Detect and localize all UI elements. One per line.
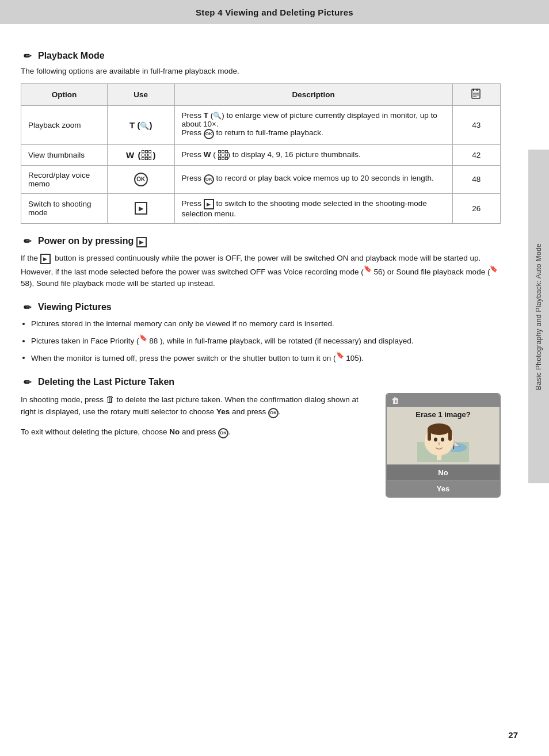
ref-thumbnails: 42: [452, 144, 500, 165]
section1-intro: The following options are available in f…: [21, 67, 501, 75]
pencil-icon-2: ✏: [21, 235, 33, 248]
svg-rect-13: [448, 429, 452, 441]
sidebar-text: Basic Photography and Playback: Auto Mod…: [535, 243, 543, 390]
dialog-yes-button[interactable]: Yes: [387, 480, 500, 497]
delete-dialog-col: 🗑 Erase 1 image?: [386, 393, 501, 498]
use-thumbnails: W ( ): [107, 144, 174, 165]
ref-voice-memo: 48: [452, 165, 500, 193]
page-header: Step 4 Viewing and Deleting Pictures: [0, 0, 549, 24]
use-switch-shooting: ▶: [107, 193, 174, 223]
use-voice-memo: OK: [107, 165, 174, 193]
delete-body2: To exit without deleting the picture, ch…: [21, 426, 372, 438]
pencil-icon-3: ✏: [21, 301, 33, 314]
table-row: Playback zoom T (🔍) Press T (🔍) to enlar…: [21, 106, 501, 145]
page-number: 27: [508, 730, 518, 740]
bullet-3: When the monitor is turned off, press th…: [31, 350, 501, 364]
col-header-use: Use: [107, 84, 174, 106]
section2-title: ✏ Power on by pressing ▶: [21, 235, 501, 248]
table-row: Switch to shooting mode ▶ Press ▶ to swi…: [21, 193, 501, 223]
svg-rect-12: [428, 429, 431, 441]
svg-rect-16: [437, 455, 441, 460]
section4-heading: Deleting the Last Picture Taken: [38, 377, 174, 387]
section3-heading: Viewing Pictures: [38, 302, 112, 312]
face-illustration: [417, 419, 469, 462]
option-switch-shooting: Switch to shooting mode: [21, 193, 108, 223]
option-voice-memo: Record/play voice memo: [21, 165, 108, 193]
main-content: ✏ Playback Mode The following options ar…: [0, 24, 528, 511]
desc-switch-shooting: Press ▶ to switch to the shooting mode s…: [174, 193, 452, 223]
section3-title: ✏ Viewing Pictures: [21, 301, 501, 314]
col-header-option: Option: [21, 84, 108, 106]
delete-text-col: In shooting mode, press 🗑 to delete the …: [21, 393, 372, 446]
delete-section: In shooting mode, press 🗑 to delete the …: [21, 393, 501, 498]
pencil-icon-4: ✏: [21, 376, 33, 388]
dialog-top-bar: 🗑: [387, 394, 500, 407]
ref-playback-zoom: 43: [452, 106, 500, 145]
sidebar-tab: Basic Photography and Playback: Auto Mod…: [528, 150, 549, 483]
option-thumbnails: View thumbnails: [21, 144, 108, 165]
svg-point-15: [441, 437, 444, 441]
svg-rect-2: [476, 89, 478, 91]
section4-title: ✏ Deleting the Last Picture Taken: [21, 376, 501, 388]
dialog-erase-text: Erase 1 image?: [415, 410, 470, 419]
desc-thumbnails: Press W ( ) to display 4, 9, 16 picture …: [174, 144, 452, 165]
svg-point-14: [434, 437, 437, 441]
delete-body1: In shooting mode, press 🗑 to delete the …: [21, 393, 372, 418]
section2-heading: Power on by pressing ▶: [38, 236, 147, 247]
section2-body: If the ▶ button is pressed continuously …: [21, 253, 501, 290]
dialog-no-button[interactable]: No: [387, 464, 500, 480]
desc-voice-memo: Press OK to record or play back voice me…: [174, 165, 452, 193]
svg-rect-1: [473, 89, 474, 91]
section1-title: ✏ Playback Mode: [21, 49, 501, 62]
dialog-buttons: No Yes: [387, 464, 500, 497]
section1-heading: Playback Mode: [38, 51, 105, 61]
bullet-2: Pictures taken in Face Priority (🔖 88 ),…: [31, 333, 501, 347]
camera-dialog: 🗑 Erase 1 image?: [386, 393, 501, 498]
bullet-1: Pictures stored in the internal memory c…: [31, 318, 501, 330]
dialog-image-area: Erase 1 image?: [387, 407, 500, 464]
pencil-icon-1: ✏: [21, 49, 33, 62]
header-title: Step 4 Viewing and Deleting Pictures: [196, 7, 353, 17]
table-row: View thumbnails W ( ) Press W (: [21, 144, 501, 165]
use-playback-zoom: T (🔍): [107, 106, 174, 145]
desc-playback-zoom: Press T (🔍) to enlarge view of picture c…: [174, 106, 452, 145]
trash-icon: 🗑: [391, 396, 399, 405]
options-table: Option Use Description Play: [21, 83, 501, 224]
col-header-ref: [452, 84, 500, 106]
table-row: Record/play voice memo OK Press OK to re…: [21, 165, 501, 193]
ref-switch-shooting: 26: [452, 193, 500, 223]
col-header-desc: Description: [174, 84, 452, 106]
option-playback-zoom: Playback zoom: [21, 106, 108, 145]
viewing-bullets: Pictures stored in the internal memory c…: [31, 318, 501, 364]
